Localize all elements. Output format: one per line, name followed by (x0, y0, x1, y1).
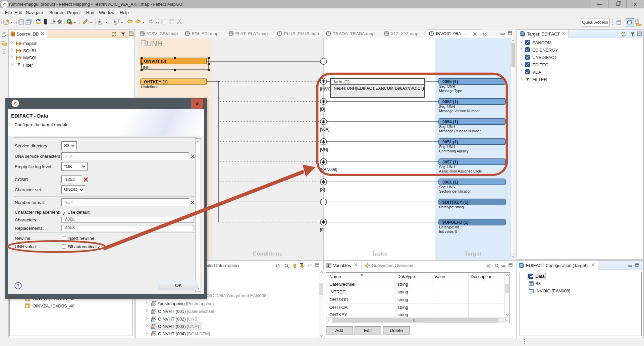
svg-text:$OHTKEY (1): $OHTKEY (1) (442, 200, 469, 205)
svg-text:x: x (634, 1, 637, 7)
svg-text:0054 (1): 0054 (1) (442, 120, 458, 124)
svg-text:0052 (1): 0052 (1) (442, 99, 458, 104)
svg-text:Association Assigned Code: Association Assigned Code (439, 169, 482, 173)
svg-text:Datatype: int: Datatype: int (439, 225, 459, 229)
svg-text:z: z (278, 266, 280, 268)
svg-text:Controlling Agency: Controlling Agency (439, 149, 469, 153)
svg-text:Datatype: string: Datatype: string (439, 205, 464, 209)
svg-text:Seg: UNH: Seg: UNH (439, 84, 455, 88)
svg-text:?: ? (17, 283, 19, 288)
svg-text:Seg: UNH: Seg: UNH (439, 105, 455, 109)
svg-text:Undefined: Undefined (141, 85, 158, 89)
svg-text:0065 (1): 0065 (1) (442, 79, 458, 84)
svg-text:$OPOLFD (1): $OPOLFD (1) (442, 220, 469, 225)
svg-text:Message Release Number: Message Release Number (439, 129, 481, 133)
svg-text:0057 (1): 0057 (1) (442, 160, 458, 164)
svg-text:[UN]: [UN] (320, 147, 328, 152)
svg-text:Target: Target (465, 251, 482, 257)
svg-text:UNH: UNH (147, 40, 163, 48)
svg-text:[D]: [D] (320, 107, 325, 112)
svg-text:OHTKEY (1): OHTKEY (1) (144, 80, 168, 84)
svg-text:Message Type: Message Type (439, 89, 462, 93)
svg-text:Message Version Number: Message Version Number (439, 109, 480, 113)
svg-text:Tasks: Tasks (372, 251, 387, 257)
svg-text:[S]: [S] (320, 187, 325, 192)
svg-text:0081 (1): 0081 (1) (442, 180, 458, 185)
svg-text:Seg: UNH: Seg: UNH (439, 125, 455, 129)
svg-text:Seg: UNH: Seg: UNH (439, 145, 455, 149)
svg-text:[96A]: [96A] (320, 127, 329, 132)
svg-text:Seg: UNH: Seg: UNH (439, 165, 455, 169)
svg-text:[EAN008]: [EAN008] (320, 167, 337, 172)
svg-text:OINVHT (3): OINVHT (3) (144, 59, 166, 64)
svg-text:[0]: [0] (320, 227, 324, 232)
svg-text:Section identification: Section identification (439, 189, 471, 193)
svg-text:Seg: UNS: Seg: UNS (439, 185, 455, 189)
svg-text:Conditions: Conditions (253, 251, 282, 257)
svg-text:0051 (1): 0051 (1) (442, 140, 458, 144)
svg-text:Init value: 0: Init value: 0 (439, 229, 457, 233)
